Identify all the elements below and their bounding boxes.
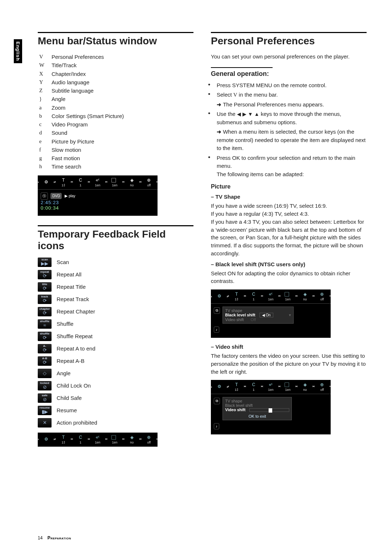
feedback-label: Angle [57,370,70,376]
blacklevel-body: Select ON for adapting the color dynamic… [211,270,367,285]
menubar-item: hTime search [39,162,193,171]
status-window-graphic: ◂⚙▸◂T1‡▸◂C1▸◂«ᶜ1en▸◂⃞1en▸◂◈no▸◂⊕off▸ ⓢ D… [38,175,158,216]
status-cell: ◂◈no▸ [297,289,314,303]
status-cell: ◂⃞1en▸ [106,175,123,189]
preferences-heading: Personal Preferences [211,35,367,47]
status-cell: ◂«ᶜ1en▸ [89,433,106,446]
feedback-label: Resume [57,407,77,413]
status-cell: ◂T1‡▸ [55,433,72,446]
status-cell: ◂T1‡▸ [228,289,245,303]
feedback-label: Action prohibited [57,420,97,426]
feedback-label: Repeat Chapter [57,308,95,315]
feedback-icon: chapter⟳ [38,307,52,316]
menubar-item: aZoom [39,104,193,112]
feedback-row: shuffle⟳Shuffle Repeat [38,332,193,341]
gen-step-2-result: The Personal Preferences menu appears. [211,101,367,109]
general-op-list-2: Use the ◀ ▶ ▼ ▲ keys to move through the… [211,110,367,126]
feedback-row: title⟳Repeat Title [38,282,193,292]
feedback-icon: title⟳ [38,282,52,292]
feedback-row: scan▶▶Scan [38,258,193,267]
videoshift-body: The factory centers the video on your sc… [211,352,367,376]
feedback-heading: Temporary Feedback Field icons [38,228,193,252]
feedback-label: Repeat A-B [57,358,85,364]
feedback-label: Scan [57,259,69,265]
videoshift-graphic: ◂⚙▸◂T1‡▸◂C1▸◂«ᶜ1en▸◂⃞1en▸◂◈no▸◂⊕off▸ ⧉ T… [211,380,331,434]
feedback-row: A-B⟳Repeat A-B [38,356,193,366]
status-cell: ◂«ᶜ1en▸ [89,175,106,189]
menubar-item: dSound [39,129,193,137]
feedback-label: Repeat A to end [57,345,95,352]
menubar-item: ePicture by Picture [39,137,193,146]
general-op-list: Press SYSTEM MENU on the remote control.… [211,81,367,99]
feedback-label: Child Safe [57,395,82,401]
feedback-label: Shuffle [57,321,73,327]
blacklevel-graphic: ◂⚙▸◂T1‡▸◂C1▸◂«ᶜ1en▸◂⃞1en▸◂◈no▸◂⊕off▸ ⧉ T… [211,289,331,338]
page-number: 14 [38,535,42,540]
menubar-item: ZSubtitle language [39,86,193,95]
general-op-heading: General operation: [211,70,367,78]
blacklevel-heading: – Black level shift (NTSC users only) [211,261,367,267]
menubar-item: gFast motion [39,154,193,162]
page-footer: 14 Preparation [38,535,71,540]
status-cell: ◂⚙▸ [211,291,228,301]
gen-step-2: Select V in the menu bar. [211,91,367,99]
videoshift-heading: – Video shift [211,344,367,350]
gen-step-1: Press SYSTEM MENU on the remote control. [211,81,367,90]
status-cell: ◂⊕off▸ [314,289,331,303]
menubar-item: cVideo Program [39,120,193,129]
feedback-row: A-⟳Repeat A to end [38,344,193,353]
status-cell: ◂«ᶜ1en▸ [262,380,279,394]
menubar-item: YAudio language [39,78,193,86]
status-cell: ◂⊕off▸ [140,175,158,189]
feedback-row: ◇Angle [38,369,193,378]
status-cell: ◂⃞1en▸ [279,380,297,394]
feedback-icon: safe⊘ [38,393,52,403]
tvshape-heading: – TV Shape [211,194,367,200]
feedback-row: shuffle≈Shuffle [38,319,193,329]
feedback-icon: shuffle≈ [38,319,52,329]
status-cell: ◂⚙▸ [38,177,55,187]
feedback-row: repeat⟳Repeat All [38,270,193,279]
feedback-icon: resume▮▶ [38,406,52,415]
menubar-item: VPersonal Preferences [39,53,193,61]
menubar-item: fSlow motion [39,146,193,154]
status-cell: ◂⃞1en▸ [106,433,123,446]
menubar-item: }Angle [39,95,193,103]
gen-step-3-result: When a menu item is selected, the cursor… [211,128,367,153]
feedback-label: Repeat All [57,271,81,278]
menubar-item: WTitle/Track [39,61,193,69]
feedback-icon: A-B⟳ [38,356,52,366]
status-cell: ◂◈no▸ [123,175,140,189]
feedback-label: Child Lock On [57,382,91,389]
feedback-icon: ✕ [38,418,52,428]
status-cell: ◂⊕off▸ [140,433,158,446]
menubar-heading: Menu bar/Status window [38,35,193,47]
general-op-list-3: Press OK to confirm your selection and r… [211,154,367,179]
feedback-icon: track⟳ [38,295,52,304]
status-cell: ◂⊕off▸ [314,380,331,394]
status-cell: ◂T1‡▸ [55,175,72,189]
status-cell: ◂⚙▸ [211,382,228,392]
feedback-row: ✕Action prohibited [38,418,193,428]
tvshape-body: If you have a wide screen (16:9) TV, sel… [211,202,367,257]
feedback-row: track⟳Repeat Track [38,295,193,304]
feedback-label: Repeat Track [57,296,89,302]
status-cell: ◂T1‡▸ [228,380,245,394]
status-cell: ◂⃞1en▸ [279,289,297,303]
gen-step-3: Use the ◀ ▶ ▼ ▲ keys to move through the… [211,110,367,126]
status-cell: ◂C1▸ [245,289,262,303]
feedback-label: Repeat Title [57,284,86,290]
feedback-icon-list: scan▶▶Scanrepeat⟳Repeat Alltitle⟳Repeat … [38,258,193,428]
language-tab: English [14,39,22,63]
feedback-row: chapter⟳Repeat Chapter [38,307,193,316]
status-cell: ◂◈no▸ [297,380,314,394]
feedback-label: Shuffle Repeat [57,333,93,339]
status-cell: ◂C1▸ [245,380,262,394]
feedback-icon: A-⟳ [38,344,52,353]
feedback-row: locked⊘Child Lock On [38,381,193,390]
status-cell: ◂◈no▸ [123,433,140,446]
menubar-item: XChapter/Index [39,70,193,78]
left-column: Menu bar/Status window VPersonal Prefere… [38,32,193,447]
feedback-icon: repeat⟳ [38,270,52,279]
status-bar-bottom: ◂⚙▸◂T1‡▸◂C1▸◂«ᶜ1en▸◂⃞1en▸◂◈no▸◂⊕off▸ [38,433,158,447]
